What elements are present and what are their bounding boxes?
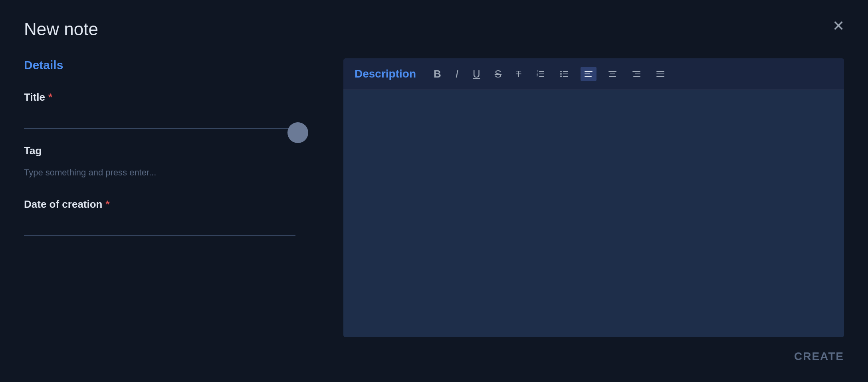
align-center-button[interactable] xyxy=(604,67,620,81)
title-label: Title * xyxy=(24,91,327,103)
tag-input[interactable] xyxy=(24,163,295,182)
svg-text:3: 3 xyxy=(537,75,538,78)
format-button[interactable]: T xyxy=(513,67,524,81)
svg-rect-2 xyxy=(539,76,544,77)
right-panel: Description B I U S T 1 xyxy=(343,58,844,337)
svg-rect-23 xyxy=(656,76,664,77)
date-label: Date of creation * xyxy=(24,198,327,211)
svg-rect-16 xyxy=(610,74,615,74)
svg-rect-20 xyxy=(633,76,640,77)
date-field-group: Date of creation * xyxy=(24,198,327,236)
date-required-marker: * xyxy=(106,198,110,211)
color-indicator[interactable] xyxy=(287,122,308,143)
bold-button[interactable]: B xyxy=(430,66,444,82)
left-panel: Details Title * Tag Date of creation xyxy=(24,58,327,337)
justify-button[interactable] xyxy=(652,67,668,81)
align-right-button[interactable] xyxy=(628,67,644,81)
modal-title: New note xyxy=(24,19,844,39)
svg-rect-13 xyxy=(585,74,590,74)
svg-rect-21 xyxy=(656,71,664,72)
modal-footer: CREATE xyxy=(24,337,844,366)
title-field-group: Title * xyxy=(24,91,327,129)
create-button[interactable]: CREATE xyxy=(794,347,844,366)
svg-rect-18 xyxy=(632,71,640,72)
details-heading: Details xyxy=(24,58,327,72)
description-editor[interactable] xyxy=(343,90,844,337)
underline-button[interactable]: U xyxy=(470,66,484,82)
svg-rect-17 xyxy=(609,76,616,77)
description-label: Description xyxy=(355,68,416,80)
svg-rect-8 xyxy=(563,76,568,77)
svg-rect-19 xyxy=(635,74,640,74)
svg-rect-1 xyxy=(539,74,544,74)
svg-rect-6 xyxy=(563,71,568,72)
tag-label: Tag xyxy=(24,145,327,157)
title-required-marker: * xyxy=(48,91,52,103)
align-left-button[interactable] xyxy=(581,67,597,81)
ordered-list-button[interactable]: 1 2 3 xyxy=(533,67,549,81)
svg-rect-22 xyxy=(656,74,664,74)
svg-point-11 xyxy=(560,76,562,77)
description-toolbar: Description B I U S T 1 xyxy=(343,58,844,90)
unordered-list-button[interactable] xyxy=(557,67,573,81)
svg-point-9 xyxy=(560,71,562,72)
svg-rect-14 xyxy=(585,76,592,77)
svg-rect-7 xyxy=(563,74,568,74)
svg-rect-15 xyxy=(608,71,616,72)
italic-button[interactable]: I xyxy=(452,66,462,82)
new-note-modal: New note × Details Title * Tag xyxy=(0,0,868,382)
tag-field-group: Tag xyxy=(24,145,327,182)
svg-point-10 xyxy=(560,73,562,75)
close-button[interactable]: × xyxy=(833,16,844,35)
title-input[interactable] xyxy=(24,110,295,129)
svg-rect-12 xyxy=(585,71,593,72)
strikethrough-button[interactable]: S xyxy=(491,66,505,82)
svg-rect-0 xyxy=(539,71,544,72)
content-area: Details Title * Tag Date of creation xyxy=(24,58,844,337)
date-input[interactable] xyxy=(24,217,295,236)
